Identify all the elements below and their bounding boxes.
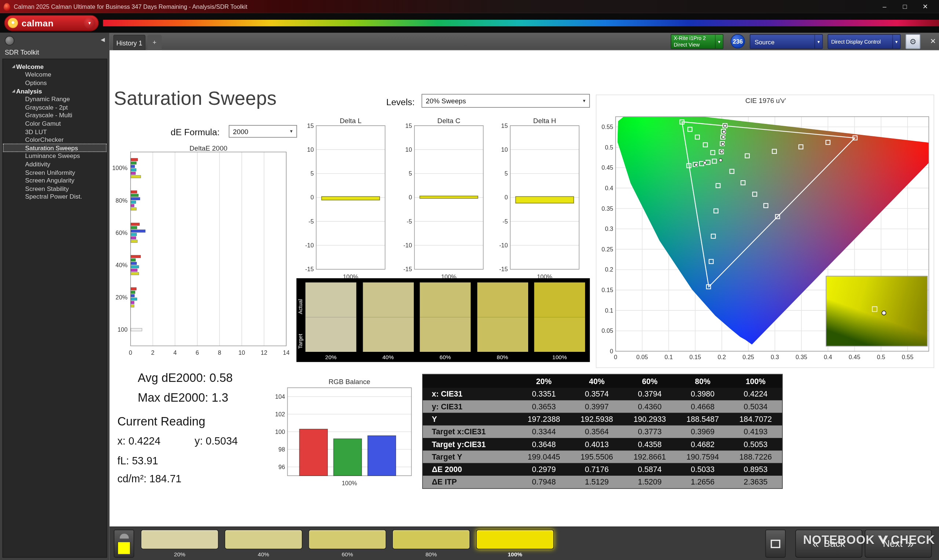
sidebar-item-screen-uniformity[interactable]: Screen Uniformity [3, 168, 106, 176]
home-button[interactable] [5, 36, 14, 45]
table-cell: 0.4224 [729, 389, 782, 398]
table-row-label: Y [423, 414, 518, 423]
swatch-label: 40% [363, 354, 414, 360]
sidebar-item-screen-angularity[interactable]: Screen Angularity [3, 176, 106, 185]
actual-swatch-60 [419, 283, 470, 317]
add-tab-button[interactable]: + [148, 35, 162, 50]
source-select[interactable]: Source ▼ [750, 34, 823, 49]
actual-row-label: Actual [298, 286, 305, 314]
table-cell: 1.5129 [570, 477, 623, 486]
table-cell: 0.3564 [570, 427, 623, 436]
close-icon: ✕ [930, 37, 936, 45]
workflow-close-button[interactable]: ✕ [928, 36, 938, 46]
levels-label: Levels: [386, 97, 415, 107]
tab-history-1[interactable]: History 1 [113, 35, 146, 50]
brand-rainbow-strip [103, 20, 939, 26]
table-cell: 197.2388 [518, 414, 570, 423]
table-header-row: 20%40%60%80%100% [423, 375, 782, 388]
svg-text:0.2: 0.2 [605, 266, 613, 273]
table-header-cell: 20% [518, 377, 570, 386]
collapse-sidebar-icon[interactable]: ◀ [100, 37, 105, 43]
svg-text:0.45: 0.45 [601, 164, 613, 171]
delta-c-chart: 151050-5-10-15100% [401, 122, 491, 285]
sidebar-item-screen-stability[interactable]: Screen Stability [3, 185, 106, 192]
next-button[interactable]: Next » [865, 529, 932, 558]
sidebar-item-colorchecker[interactable]: ColorChecker [3, 135, 106, 144]
sidebar-item-label: Analysis [16, 87, 42, 95]
sidebar-item-color-gamut[interactable]: Color Gamut [3, 119, 106, 127]
svg-text:0.1: 0.1 [665, 354, 673, 360]
sidebar-item-grayscale-multi[interactable]: Grayscale - Multi [3, 111, 106, 119]
table-row-target-y-cie31: Target y:CIE310.36480.40130.43580.46820.… [423, 438, 782, 451]
minimize-button[interactable]: – [874, 3, 895, 10]
bottom-bar: 20%40%60%80%100% « Back Next » NOTEBOOK … [109, 527, 939, 560]
sidebar-item-additivity[interactable]: Additivity [3, 160, 106, 168]
sidebar-item-dynamic-range[interactable]: Dynamic Range [3, 95, 106, 103]
maximize-button[interactable]: □ [894, 3, 915, 10]
table-cell: 192.8661 [623, 452, 676, 461]
level-patch-80[interactable]: 80% [392, 529, 470, 558]
svg-text:10: 10 [405, 146, 412, 153]
svg-text:15: 15 [501, 122, 508, 129]
table-header-cell: 40% [570, 377, 623, 386]
svg-text:10: 10 [238, 349, 245, 356]
levels-select[interactable]: 20% Sweeps ▼ [421, 94, 590, 108]
level-patch-60[interactable]: 60% [308, 529, 386, 558]
patch-label: 40% [225, 551, 302, 558]
svg-text:0.5: 0.5 [877, 354, 885, 360]
rgb-balance-title: RGB Balance [288, 378, 412, 386]
patch-label: 20% [141, 551, 219, 558]
target-swatch-60 [419, 317, 470, 352]
sidebar-item-welcome[interactable]: Welcome [3, 70, 106, 78]
svg-text:15: 15 [307, 122, 314, 129]
sidebar-item-grayscale-2pt[interactable]: Grayscale - 2pt [3, 103, 106, 111]
level-patch-40[interactable]: 40% [225, 529, 302, 558]
svg-text:0.15: 0.15 [689, 354, 701, 360]
actual-swatch-100 [534, 283, 585, 317]
actual-target-swatch-panel: Actual Target 20%40%60%80%100% [296, 278, 590, 362]
table-row-label: y: CIE31 [423, 402, 518, 411]
meter-select[interactable]: X-Rite i1Pro 2 Direct View ▼ [671, 34, 724, 49]
patch-swatch [225, 529, 302, 549]
sidebar-item-saturation-sweeps[interactable]: Saturation Sweeps [3, 144, 106, 152]
level-patch-20[interactable]: 20% [141, 529, 219, 558]
svg-text:14: 14 [283, 349, 289, 356]
brand-header: calman ▼ [0, 13, 939, 33]
back-button[interactable]: « Back [795, 529, 862, 558]
table-cell: 1.2656 [676, 477, 729, 486]
sidebar-item-luminance-sweeps[interactable]: Luminance Sweeps [3, 152, 106, 160]
table-header-cell: 60% [623, 377, 676, 386]
calman-logo-button[interactable]: calman ▼ [4, 15, 99, 31]
sidebar-item-analysis[interactable]: ◢Analysis [3, 86, 106, 95]
patch-preview-button[interactable] [114, 529, 134, 558]
sidebar-item-options[interactable]: Options [3, 78, 106, 86]
chevron-down-icon: ▼ [814, 35, 822, 49]
sidebar-item-welcome[interactable]: ◢Welcome [3, 62, 106, 70]
de-formula-select[interactable]: 2000 ▼ [229, 125, 297, 137]
svg-text:-5: -5 [503, 218, 508, 225]
table-cell: 0.4013 [570, 440, 623, 449]
display-control-select[interactable]: Direct Display Control ▼ [828, 34, 900, 49]
sidebar-item-spectral-power-dist[interactable]: Spectral Power Dist. [3, 192, 106, 200]
table-cell: 192.5938 [570, 414, 623, 423]
chevron-down-icon: ▼ [893, 35, 900, 49]
chevron-down-icon: ▼ [286, 129, 296, 134]
fullscreen-patch-button[interactable] [765, 529, 786, 558]
logo-menu-chevron-icon[interactable]: ▼ [84, 17, 96, 29]
close-button[interactable]: ✕ [915, 3, 936, 10]
table-row-target-x-cie31: Target x:CIE310.33440.35640.37730.39690.… [423, 426, 782, 438]
sidebar-item-3d-lut[interactable]: 3D LUT [3, 127, 106, 135]
table-row-x-cie31: x: CIE310.33510.35740.37940.39800.4224 [423, 388, 782, 400]
level-patch-100[interactable]: 100% [476, 529, 554, 558]
chevron-down-icon: ▼ [715, 35, 723, 49]
svg-text:0.4: 0.4 [605, 185, 613, 191]
main-content: Saturation Sweeps Levels: 20% Sweeps ▼ d… [109, 50, 939, 527]
meter-info: X-Rite i1Pro 2 Direct View [671, 35, 715, 48]
svg-text:5: 5 [310, 170, 314, 177]
patch-swatch [141, 529, 219, 549]
table-row-label: Target y:CIE31 [423, 440, 518, 449]
calman-logo-text: calman [22, 18, 54, 28]
svg-text:0: 0 [129, 349, 132, 356]
settings-button[interactable]: ⚙ [906, 34, 920, 49]
svg-text:0.55: 0.55 [902, 354, 913, 360]
